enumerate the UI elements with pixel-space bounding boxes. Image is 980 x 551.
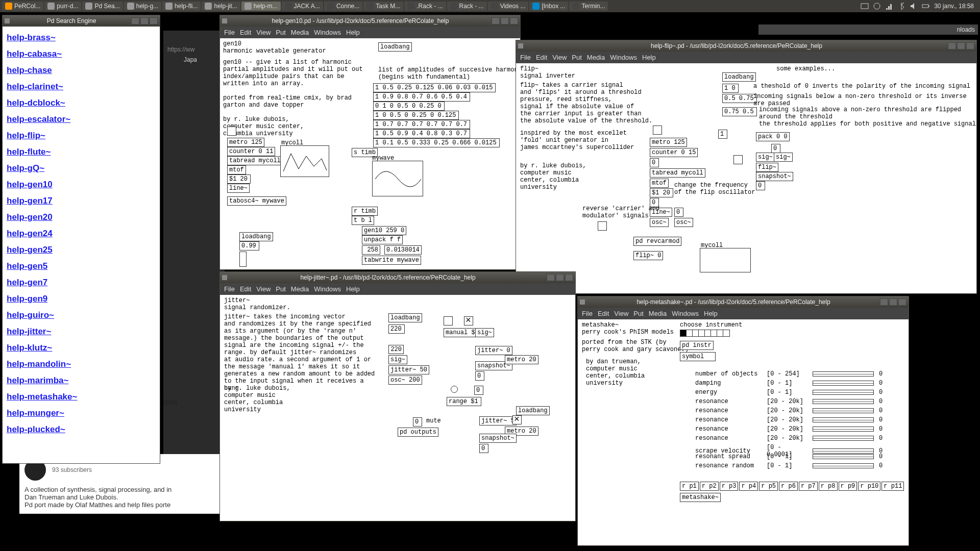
param-slider[interactable] xyxy=(813,463,874,468)
obj-r-timb[interactable]: r timb xyxy=(352,207,378,216)
menu-view[interactable]: View xyxy=(256,285,271,293)
menu-file[interactable]: File xyxy=(520,54,531,61)
param-slider[interactable] xyxy=(813,454,874,459)
obj-metashake[interactable]: metashake~ xyxy=(680,493,721,502)
obj-metro[interactable]: metro 125 xyxy=(227,138,264,147)
search-link[interactable]: help-guiro~ xyxy=(7,307,156,323)
menu-view[interactable]: View xyxy=(552,54,567,61)
param-slider[interactable] xyxy=(813,399,874,404)
num-258[interactable]: 258 xyxy=(362,245,380,255)
obj-snapshot2[interactable]: snapshot~ xyxy=(479,434,517,443)
obj-jitter0[interactable]: jitter~ 0 xyxy=(475,346,512,355)
menu-windows[interactable]: Windows xyxy=(672,310,699,317)
menu-view[interactable]: View xyxy=(614,310,628,317)
num-out[interactable]: 0 xyxy=(756,181,765,190)
search-link[interactable]: help-klutz~ xyxy=(7,340,156,356)
obj-pd-instr[interactable]: pd instr xyxy=(680,341,714,350)
search-link[interactable]: help-gen10 xyxy=(7,177,156,193)
obj-osc200[interactable]: osc~ 200 xyxy=(388,375,422,385)
obj-receive[interactable]: r p2 xyxy=(700,482,719,491)
obj-metro20a[interactable]: metro 20 xyxy=(505,355,538,364)
minimize-button[interactable] xyxy=(547,274,555,281)
param-slider[interactable] xyxy=(813,427,874,432)
search-link[interactable]: help-gen20 xyxy=(7,209,156,226)
obj-counter[interactable]: counter 0 11 xyxy=(227,147,275,156)
obj-pack[interactable]: pack 0 0 xyxy=(756,132,790,141)
task-inbox[interactable]: [Inbox ... xyxy=(529,2,568,11)
harm-3[interactable]: 0 1 0 0.5 0 0.25 0 xyxy=(373,102,445,111)
task-rack1[interactable]: .Rack - ... xyxy=(404,2,446,11)
param-value[interactable]: 0 xyxy=(879,380,891,387)
menu-windows[interactable]: Windows xyxy=(314,285,341,293)
msg-dollar[interactable]: $1 20 xyxy=(650,188,673,197)
obj-receive[interactable]: r p10 xyxy=(858,482,880,491)
close-button[interactable] xyxy=(510,17,518,24)
menu-help[interactable]: Help xyxy=(346,29,360,36)
window-menu-icon[interactable] xyxy=(222,275,227,280)
param-value[interactable]: 0 xyxy=(879,398,891,405)
obj-tbl[interactable]: t b l xyxy=(352,216,374,225)
maximize-button[interactable] xyxy=(957,42,965,49)
param-slider[interactable] xyxy=(813,371,874,377)
msg-dollar[interactable]: $1 20 xyxy=(227,174,251,184)
toggle-metro[interactable] xyxy=(653,126,662,135)
obj-receive[interactable]: r p4 xyxy=(739,482,758,491)
obj-jitter50[interactable]: jitter~ 50 xyxy=(388,365,429,374)
obj-tabread[interactable]: tabread mycoll xyxy=(227,156,283,165)
obj-receive[interactable]: r p3 xyxy=(720,482,739,491)
param-value[interactable]: 0 xyxy=(879,453,891,460)
num-1[interactable]: 1 xyxy=(718,130,727,139)
menu-file[interactable]: File xyxy=(582,310,593,317)
menu-view[interactable]: View xyxy=(256,29,271,36)
task-taskm[interactable]: Task M... xyxy=(363,2,403,11)
toggle2[interactable] xyxy=(464,316,473,325)
msg-075-05[interactable]: 0.75 0.5 xyxy=(722,107,757,116)
search-link[interactable]: help-jitter~ xyxy=(7,323,156,340)
clock[interactable]: 30 janv., 18:58 xyxy=(934,3,974,10)
obj-receive[interactable]: r p1 xyxy=(680,482,699,491)
menu-file[interactable]: File xyxy=(224,285,235,293)
num-out[interactable]: 0 xyxy=(475,371,484,381)
maximize-button[interactable] xyxy=(889,298,897,306)
obj-loadbang[interactable]: loadbang xyxy=(378,42,412,52)
close-button[interactable] xyxy=(898,298,906,306)
maximize-button[interactable] xyxy=(501,17,509,24)
task-help-jit[interactable]: help-jit... xyxy=(202,2,240,11)
battery-icon[interactable] xyxy=(922,2,930,10)
task-pdsea[interactable]: Pd Sea... xyxy=(82,2,122,11)
obj-revcarmod[interactable]: pd revcarmod xyxy=(633,237,681,246)
num-thr[interactable]: 0 xyxy=(771,144,780,153)
param-value[interactable]: 0 xyxy=(879,425,891,433)
obj-jitter5[interactable]: jitter~ 5 xyxy=(479,416,517,425)
vol-icon[interactable] xyxy=(910,2,918,10)
task-purrd[interactable]: purr-d... xyxy=(44,2,81,11)
param-slider[interactable] xyxy=(813,417,874,422)
mail-icon[interactable] xyxy=(861,2,869,10)
obj-receive[interactable]: r p9 xyxy=(839,482,857,491)
menu-help[interactable]: Help xyxy=(346,285,360,293)
obj-tabread[interactable]: tabread mycoll xyxy=(650,168,705,178)
obj-receive[interactable]: r p5 xyxy=(759,482,778,491)
num-val[interactable]: 0.0138014 xyxy=(384,245,422,255)
minimize-button[interactable] xyxy=(880,298,888,306)
minimize-button[interactable] xyxy=(131,17,139,24)
obj-loadbang[interactable]: loadbang xyxy=(388,313,422,322)
bang-jitter[interactable] xyxy=(451,386,458,393)
num-range[interactable]: 0 xyxy=(474,386,483,395)
menu-edit[interactable]: Edit xyxy=(240,29,251,36)
num-0[interactable]: 0 xyxy=(650,158,659,167)
search-link[interactable]: help-flip~ xyxy=(7,128,156,144)
chat-icon[interactable] xyxy=(873,2,881,10)
bluetooth-icon[interactable] xyxy=(897,2,905,10)
msg-05-075[interactable]: 0.5 0.75 xyxy=(722,94,757,103)
harm-5[interactable]: 1 0.7 0.7 0.7 0.7 0.7 0.7 xyxy=(373,120,470,129)
search-link[interactable]: help-gen7 xyxy=(7,274,156,291)
num-freq2[interactable]: 0 xyxy=(674,208,683,217)
toggle-metro[interactable] xyxy=(227,127,236,136)
obj-receive[interactable]: r p7 xyxy=(799,482,818,491)
toggle-ex[interactable] xyxy=(733,155,743,164)
window-menu-icon[interactable] xyxy=(222,18,227,23)
param-value[interactable]: 0 xyxy=(879,435,891,442)
harm-1[interactable]: 1 0.5 0.25 0.125 0.06 0.03 0.015 xyxy=(373,83,496,92)
window-menu-icon[interactable] xyxy=(5,18,10,23)
